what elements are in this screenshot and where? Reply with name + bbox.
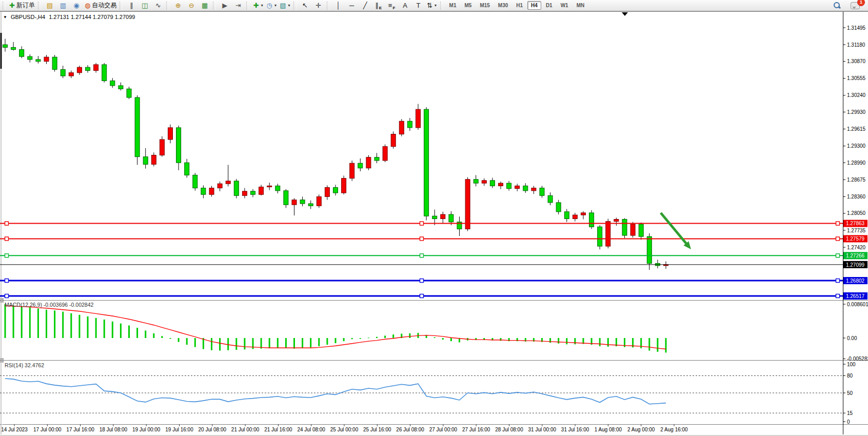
auto-trading-button[interactable]: ◍自动交易 [83,1,118,11]
timeframe-h1-button[interactable]: H1 [512,1,526,10]
support-line-green-handle[interactable] [420,254,424,257]
signals-button[interactable]: ◉ [70,1,83,11]
symbol-dropdown-icon[interactable]: ▼ [3,15,7,19]
resistance-line-2-handle[interactable] [836,237,840,241]
support-line-blue-2-handle[interactable] [5,294,9,298]
svg-text:1.31495: 1.31495 [847,25,866,31]
macd-indicator-label: MACD(12,26,9) -0.003696 -0.002842 [5,302,93,308]
support-line-blue-1-handle[interactable] [420,279,424,283]
cursor-tool-button[interactable]: ↖ [299,1,312,11]
svg-text:21 Jul 00:00: 21 Jul 00:00 [231,427,260,432]
resistance-line-2-handle[interactable] [5,237,9,241]
timeframe-mn-button[interactable]: MN [573,1,588,10]
trendline-tool-button[interactable]: ╱ [359,1,372,11]
timeframe-m1-button[interactable]: M1 [446,1,460,10]
support-line-green-handle[interactable] [836,254,840,257]
support-line-blue-2-handle[interactable] [420,294,424,298]
svg-text:17 Jul 00:00: 17 Jul 00:00 [33,427,62,432]
svg-text:0.008601: 0.008601 [847,302,868,307]
svg-text:1.27420: 1.27420 [847,245,866,250]
auto-scroll-button[interactable]: ▶ [218,1,231,11]
rsi-indicator-label: RSI(14) 32.4762 [5,362,44,368]
dropdown-caret-icon[interactable]: ▾ [435,3,437,8]
data-window-button[interactable]: ▥ [56,1,70,11]
line-chart-button[interactable]: ∿ [151,1,165,11]
arrows-tool-button[interactable]: ⇅▾ [425,1,439,11]
svg-text:1.27863: 1.27863 [846,221,865,226]
vertical-line-tool-button[interactable]: │ [332,1,345,11]
label-tool-button[interactable]: T [412,1,425,11]
templates-icon: ▧ [280,1,286,10]
notifications-button[interactable]: 1 [849,1,862,11]
text-tool-button[interactable]: A [399,1,412,11]
price-tag-1.27579: 1.27579 [843,235,867,242]
new-order-button[interactable]: ✚新订单 [8,1,36,11]
svg-text:-0.005282: -0.005282 [847,356,868,362]
market-watch-icon: ▤ [47,1,53,10]
support-line-blue-2-handle[interactable] [836,294,840,298]
zoom-in-button[interactable]: ⊕ [171,1,185,11]
zoom-out-button[interactable]: ⊖ [185,1,198,11]
timeframe-m30-button[interactable]: M30 [495,1,511,10]
chart-shift-button[interactable]: ⇥ [231,1,245,11]
chart-shift-icon: ⇥ [235,1,241,10]
timeframe-w1-button[interactable]: W1 [557,1,572,10]
resistance-line-1-handle[interactable] [836,222,840,225]
support-line-blue-1-handle[interactable] [5,279,9,283]
periods-menu-button[interactable]: ◷▾ [265,1,278,11]
toolbar-group-grip [213,2,216,10]
line-chart-icon: ∿ [155,1,161,10]
candlestick-icon: ◫ [142,1,148,10]
crosshair-icon: ✛ [315,1,321,10]
templates-menu-button[interactable]: ▧▾ [278,1,291,11]
timeframe-m15-button[interactable]: M15 [476,1,493,10]
crosshair-tool-button[interactable]: ✛ [312,1,325,11]
timeframe-d1-button[interactable]: D1 [542,1,556,10]
svg-text:2 Aug 00:00: 2 Aug 00:00 [627,427,655,432]
bar-chart-button[interactable]: ∥ [125,1,138,11]
clock-icon: ◷ [267,1,272,10]
svg-text:1.29300: 1.29300 [847,143,866,149]
toolbar-group-grip [38,2,41,10]
trendline-icon: ╱ [363,1,367,10]
timeframe-m5-button[interactable]: M5 [461,1,475,10]
svg-text:19 Jul 00:00: 19 Jul 00:00 [132,427,161,432]
search-button[interactable] [830,1,843,11]
resistance-line-1-handle[interactable] [5,222,9,225]
svg-text:1.28050: 1.28050 [847,210,866,216]
dropdown-caret-icon[interactable]: ▾ [274,3,277,8]
horizontal-line-tool-button[interactable]: ─ [345,1,359,11]
svg-text:1.26802: 1.26802 [846,278,865,284]
text-icon: A [403,1,407,10]
chart-canvas[interactable]: 1.314951.311801.308701.305551.302401.299… [0,0,868,436]
market-watch-button[interactable]: ▤ [43,1,56,11]
svg-text:1.27735: 1.27735 [847,228,866,233]
support-line-blue-1-handle[interactable] [836,279,840,283]
fibonacci-tool-button[interactable]: ≡F [385,1,399,11]
toolbar: ✚新订单▤▥◉◍自动交易∥◫∿⊕⊖▦▶⇥✚▾◷▾▧▾↖✛│─╱∥E≡FAT⇅▾M… [0,0,868,11]
new-order-label: 新订单 [16,1,35,10]
resistance-line-2-handle[interactable] [420,237,424,241]
fibonacci-icon: ≡ [388,1,392,10]
vertical-line-icon: │ [337,1,341,10]
svg-text:17 Jul 16:00: 17 Jul 16:00 [66,427,94,432]
svg-text:80: 80 [847,373,853,379]
dropdown-caret-icon[interactable]: ▾ [288,3,290,8]
candlestick-chart-button[interactable]: ◫ [138,1,151,11]
svg-text:1.27099: 1.27099 [846,262,865,268]
svg-text:1.27266: 1.27266 [846,253,865,259]
label-icon: T [417,1,421,10]
toolbar-group-grip [327,2,330,10]
resistance-line-1-handle[interactable] [420,222,424,225]
timeframe-h4-button[interactable]: H4 [527,1,541,10]
svg-text:1.30870: 1.30870 [847,58,866,64]
channel-tool-button[interactable]: ∥E [372,1,385,11]
new-order-icon: ✚ [9,1,15,10]
svg-text:1.28360: 1.28360 [847,194,866,200]
support-line-green-handle[interactable] [5,254,9,257]
data-window-icon: ▥ [60,1,66,10]
dropdown-caret-icon[interactable]: ▾ [261,3,263,8]
tile-windows-button[interactable]: ▦ [198,1,211,11]
indicators-menu-button[interactable]: ✚▾ [251,1,265,11]
toolbar-group-grip [293,2,297,10]
